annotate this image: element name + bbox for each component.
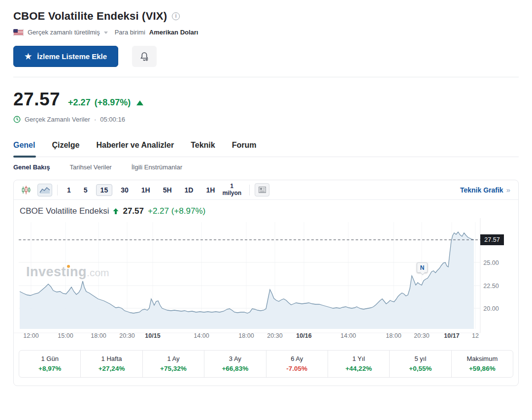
- performance-period: Maksimum: [452, 355, 513, 362]
- create-alert-button[interactable]: [132, 46, 157, 67]
- timeframe-group: 1515301H5H1D1H: [63, 184, 219, 196]
- area-chart-icon: [39, 186, 50, 194]
- performance-period: 6 Ay: [266, 355, 328, 362]
- main-tabs: GenelÇizelgeHaberler ve AnalizlerTeknikF…: [13, 141, 519, 157]
- x-axis-label: 14:00: [340, 332, 356, 339]
- page-title: CBOE Volatilite Endeksi (VIX): [13, 10, 167, 23]
- section-divider: [13, 77, 519, 77]
- price-area-fill: [20, 232, 474, 329]
- x-axis-label: 12:00: [23, 332, 38, 339]
- tab--izelge[interactable]: Çizelge: [52, 141, 79, 157]
- x-axis-label: 15:00: [58, 332, 73, 339]
- chart-card: 1515301H5H1D1H 1 milyon Teknik Grafik »: [13, 180, 519, 386]
- currency-label: Para birimi: [115, 29, 145, 36]
- performance-cell-maksimum[interactable]: Maksimum+59,86%: [451, 351, 513, 377]
- chart-toolbar: 1515301H5H1D1H 1 milyon Teknik Grafik »: [14, 180, 518, 200]
- table-news-icon: [259, 187, 266, 193]
- y-axis-label: 22.50: [483, 283, 499, 290]
- realtime-derived-label[interactable]: Gerçek zamanlı türetilmiş: [28, 29, 100, 36]
- performance-strip: 1 Gün+8,97%1 Hafta+27,24%1 Ay+75,32%3 Ay…: [19, 350, 513, 378]
- realtime-data-label: Gerçek Zamanlı Veriler: [25, 116, 90, 123]
- currency-value: Amerikan Doları: [149, 29, 199, 36]
- up-arrow-icon: [136, 100, 143, 105]
- timeframe-1h-button[interactable]: 1H: [201, 184, 219, 196]
- add-to-watchlist-button[interactable]: ★ İzleme Listeme Ekle: [13, 46, 118, 67]
- chart-instrument-name: CBOE Volatilite Endeksi: [20, 206, 109, 216]
- performance-cell-1-g-n[interactable]: 1 Gün+8,97%: [19, 351, 80, 377]
- x-axis-label: 18:00: [238, 332, 254, 339]
- status-separator: ·: [94, 116, 96, 123]
- timeframe-5-button[interactable]: 5: [79, 184, 92, 196]
- performance-period: 1 Hafta: [81, 355, 142, 362]
- volume-interval-button[interactable]: 1 milyon: [219, 183, 244, 197]
- performance-value: +66,83%: [204, 365, 266, 372]
- performance-value: +75,32%: [143, 365, 204, 372]
- watermark-orange-dot: [67, 265, 70, 268]
- price-change: +2.27 (+8.97%): [68, 97, 143, 108]
- watermark-com: .com: [87, 267, 109, 278]
- performance-cell-3-ay[interactable]: 3 Ay+66,83%: [204, 351, 266, 377]
- x-axis-label: 10/16: [296, 332, 311, 339]
- tab-haberler-ve-analizler[interactable]: Haberler ve Analizler: [96, 141, 174, 157]
- tab-forum[interactable]: Forum: [232, 141, 257, 157]
- y-axis-label: 25.00: [483, 259, 499, 266]
- sub-tabs: Genel BakışTarihsel Verilerİlgili Enstrü…: [13, 157, 519, 177]
- x-axis-label: 20:30: [119, 332, 134, 339]
- info-icon[interactable]: i: [172, 12, 180, 20]
- price-chart[interactable]: 25.0022.5020.0012:0015:0018:0020:3010/15…: [14, 218, 518, 342]
- investing-watermark: Investıng.com: [26, 264, 109, 280]
- technical-chart-link[interactable]: Teknik Grafik »: [460, 186, 513, 194]
- chart-change: +2.27 (+8.97%): [148, 206, 205, 216]
- chevrons-right-icon: »: [506, 186, 510, 194]
- chevron-down-icon[interactable]: [104, 32, 108, 34]
- up-arrow-icon: [113, 208, 119, 214]
- timeframe-1h-button[interactable]: 1H: [137, 184, 155, 196]
- quote-time: 05:00:16: [100, 116, 125, 123]
- change-percent: (+8.97%): [95, 97, 131, 108]
- candlestick-icon: [21, 185, 31, 195]
- subtab-i-lgili-enstr-manlar[interactable]: İlgili Enstrümanlar: [132, 163, 182, 171]
- timeframe-15-button[interactable]: 15: [96, 184, 113, 196]
- toolbar-divider: [57, 185, 58, 195]
- us-flag-icon: [13, 29, 24, 36]
- performance-period: 3 Ay: [204, 355, 266, 362]
- performance-period: 1 Yıl: [328, 355, 389, 362]
- x-axis-label: 10/15: [145, 332, 160, 339]
- news-marker[interactable]: N: [417, 262, 428, 273]
- x-axis-label: 14:00: [194, 332, 209, 339]
- timeframe-5h-button[interactable]: 5H: [159, 184, 176, 196]
- area-chart-button[interactable]: [37, 184, 52, 196]
- subtab-tarihsel-veriler[interactable]: Tarihsel Veriler: [69, 163, 111, 171]
- tab-genel[interactable]: Genel: [13, 141, 35, 157]
- performance-period: 5 yıl: [390, 355, 451, 362]
- performance-value: +0,55%: [390, 365, 451, 372]
- last-price: 27.57: [13, 89, 60, 110]
- tab-teknik[interactable]: Teknik: [191, 141, 215, 157]
- performance-cell-1-y-l[interactable]: 1 Yıl+44,22%: [328, 351, 389, 377]
- chart-last-price: 27.57: [123, 206, 144, 216]
- timeframe-1d-button[interactable]: 1D: [180, 184, 198, 196]
- toolbar-divider: [249, 185, 250, 195]
- chart-news-button[interactable]: [255, 183, 269, 196]
- performance-cell-1-ay[interactable]: 1 Ay+75,32%: [142, 351, 204, 377]
- x-axis-label: 20:30: [414, 332, 429, 339]
- performance-cell-6-ay[interactable]: 6 Ay-7.05%: [266, 351, 328, 377]
- subtab-genel-bak-[interactable]: Genel Bakış: [13, 163, 50, 171]
- performance-cell-1-hafta[interactable]: 1 Hafta+27,24%: [80, 351, 142, 377]
- timeframe-1-button[interactable]: 1: [63, 184, 75, 196]
- last-price-badge: 27.57: [480, 234, 504, 245]
- bell-plus-icon: [139, 51, 150, 62]
- chart-canvas[interactable]: 25.0022.5020.0012:0015:0018:0020:3010/15…: [14, 218, 518, 342]
- change-value: +2.27: [68, 97, 91, 108]
- performance-period: 1 Gün: [19, 355, 80, 362]
- performance-value: +8,97%: [19, 365, 80, 372]
- x-axis-label: 10/17: [444, 332, 459, 339]
- performance-value: +59,86%: [452, 365, 513, 372]
- x-axis-label: 18:00: [386, 332, 401, 339]
- volume-line1: 1: [222, 183, 241, 190]
- timeframe-30-button[interactable]: 30: [116, 184, 133, 196]
- watchlist-button-label: İzleme Listeme Ekle: [37, 52, 107, 61]
- star-icon: ★: [25, 53, 32, 61]
- performance-cell-5-y-l[interactable]: 5 yıl+0,55%: [389, 351, 451, 377]
- candlestick-chart-button[interactable]: [19, 184, 33, 196]
